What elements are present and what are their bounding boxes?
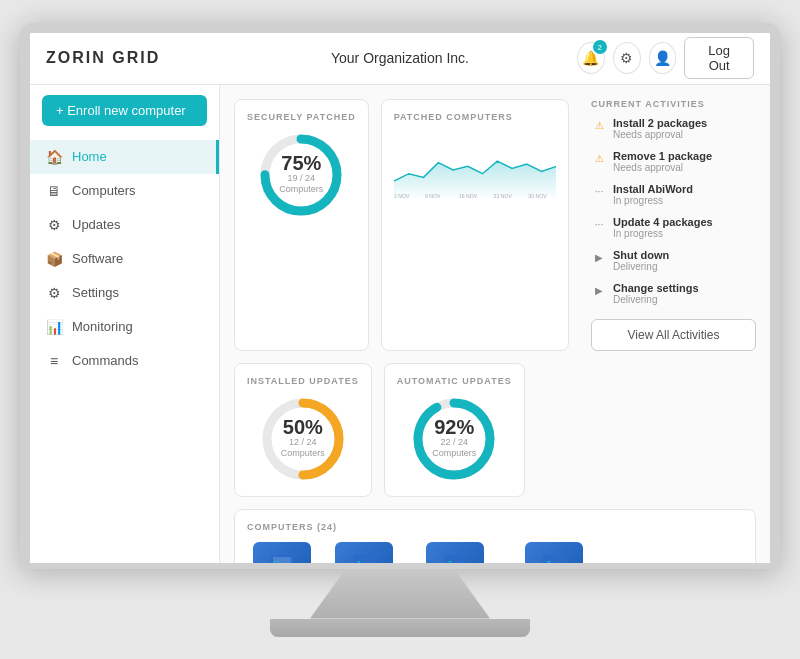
patched-chart-widget: PATCHED COMPUTERS 2 N bbox=[381, 99, 569, 351]
svg-text:16 NOV: 16 NOV bbox=[459, 193, 478, 199]
deliver-icon-1: ▶ bbox=[591, 283, 607, 299]
computer-icon-3: Z bbox=[525, 542, 583, 563]
view-all-button[interactable]: View All Activities bbox=[591, 319, 756, 351]
automatic-updates-percent: 92% bbox=[432, 417, 476, 437]
computer-item-3[interactable]: Z Senior Engineer PC Macnod Desktop bbox=[512, 542, 596, 563]
automatic-updates-donut: 92% 22 / 24 Computers bbox=[409, 394, 499, 484]
home-icon: 🏠 bbox=[46, 149, 62, 165]
computer-icon-2: Z bbox=[426, 542, 484, 563]
software-icon: 📦 bbox=[46, 251, 62, 267]
widgets-row-2: INSTALLED UPDATES 50% 12 / 24 bbox=[234, 363, 756, 497]
progress-icon-0: ··· bbox=[591, 184, 607, 200]
installed-updates-center: 50% 12 / 24 Computers bbox=[281, 417, 325, 460]
activity-status-4: Delivering bbox=[613, 261, 669, 272]
securely-patched-title: SECURELY PATCHED bbox=[247, 112, 356, 122]
svg-text:Z: Z bbox=[274, 559, 279, 563]
computer-icon-1: Z bbox=[335, 542, 393, 563]
logout-button[interactable]: Log Out bbox=[684, 37, 754, 79]
activity-status-2: In progress bbox=[613, 195, 693, 206]
activity-item-2: ··· Install AbiWord In progress bbox=[591, 183, 756, 206]
activities-panel: CURRENT ACTIVITIES ⚠ Install 2 packages … bbox=[581, 99, 756, 351]
activity-status-5: Delivering bbox=[613, 294, 699, 305]
securely-patched-donut: 75% 19 / 24 Computers bbox=[256, 130, 346, 220]
progress-icon-1: ··· bbox=[591, 217, 607, 233]
notification-badge: 2 bbox=[593, 40, 607, 54]
svg-text:23 NOV: 23 NOV bbox=[493, 193, 512, 199]
sidebar-item-computers[interactable]: 🖥 Computers bbox=[30, 174, 219, 208]
computer-item-0[interactable]: Z CEO Laptop John H™ Wallus bbox=[247, 542, 317, 563]
sidebar-label-computers: Computers bbox=[72, 183, 136, 198]
sidebar-item-monitoring[interactable]: 📊 Monitoring bbox=[30, 310, 219, 344]
securely-patched-widget: SECURELY PATCHED 75% 19 / 24 bbox=[234, 99, 369, 351]
notifications-button[interactable]: 🔔 2 bbox=[577, 42, 605, 74]
main-layout: + Enroll new computer 🏠 Home 🖥 Computers… bbox=[30, 85, 770, 563]
computer-item-1[interactable]: Z CTO Laptop Gate-Dell XPS 3 bbox=[329, 542, 399, 563]
activity-item-0: ⚠ Install 2 packages Needs approval bbox=[591, 117, 756, 140]
sidebar-item-updates[interactable]: ⚙ Updates bbox=[30, 208, 219, 242]
automatic-updates-widget: AUTOMATIC UPDATES 92% 22 / 24 bbox=[384, 363, 525, 497]
org-name: Your Organization Inc. bbox=[223, 50, 577, 66]
patched-chart-svg: 2 NOV 9 NOV 16 NOV 23 NOV 30 NOV bbox=[394, 130, 556, 210]
settings-nav-icon: ⚙ bbox=[46, 285, 62, 301]
updates-icon: ⚙ bbox=[46, 217, 62, 233]
computers-icon: 🖥 bbox=[46, 183, 62, 199]
installed-updates-widget: INSTALLED UPDATES 50% 12 / 24 bbox=[234, 363, 372, 497]
header: ZORIN GRID Your Organization Inc. 🔔 2 ⚙ … bbox=[30, 33, 770, 85]
installed-updates-percent: 50% bbox=[281, 417, 325, 437]
activity-name-5: Change settings bbox=[613, 282, 699, 294]
activity-status-3: In progress bbox=[613, 228, 713, 239]
computers-section-title: COMPUTERS (24) bbox=[247, 522, 743, 532]
svg-text:Z: Z bbox=[546, 559, 551, 563]
svg-text:Z: Z bbox=[447, 559, 452, 563]
activity-item-4: ▶ Shut down Delivering bbox=[591, 249, 756, 272]
activity-item-3: ··· Update 4 packages In progress bbox=[591, 216, 756, 239]
sidebar-label-software: Software bbox=[72, 251, 123, 266]
settings-button[interactable]: ⚙ bbox=[613, 42, 641, 74]
sidebar-label-commands: Commands bbox=[72, 353, 138, 368]
activity-name-1: Remove 1 package bbox=[613, 150, 712, 162]
activity-item-5: ▶ Change settings Delivering bbox=[591, 282, 756, 305]
activity-name-4: Shut down bbox=[613, 249, 669, 261]
securely-patched-percent: 75% bbox=[279, 153, 323, 173]
monitoring-icon: 📊 bbox=[46, 319, 62, 335]
svg-text:9 NOV: 9 NOV bbox=[425, 193, 441, 199]
warning-icon-1: ⚠ bbox=[591, 151, 607, 167]
svg-text:Z: Z bbox=[356, 559, 361, 563]
enroll-button[interactable]: + Enroll new computer bbox=[42, 95, 207, 126]
activity-name-3: Update 4 packages bbox=[613, 216, 713, 228]
patched-chart-title: PATCHED COMPUTERS bbox=[394, 112, 556, 122]
activity-item-1: ⚠ Remove 1 package Needs approval bbox=[591, 150, 756, 173]
deliver-icon-0: ▶ bbox=[591, 250, 607, 266]
securely-patched-fraction: 19 / 24 Computers bbox=[279, 173, 323, 196]
securely-patched-center: 75% 19 / 24 Computers bbox=[279, 153, 323, 196]
sidebar: + Enroll new computer 🏠 Home 🖥 Computers… bbox=[30, 85, 220, 563]
sidebar-item-home[interactable]: 🏠 Home bbox=[30, 140, 219, 174]
automatic-updates-center: 92% 22 / 24 Computers bbox=[432, 417, 476, 460]
activity-name-2: Install AbiWord bbox=[613, 183, 693, 195]
installed-updates-donut: 50% 12 / 24 Computers bbox=[258, 394, 348, 484]
sidebar-label-monitoring: Monitoring bbox=[72, 319, 133, 334]
logo: ZORIN GRID bbox=[46, 49, 223, 67]
computer-item-2[interactable]: Z Product Manager PC Prod-Dell Insinor bbox=[411, 542, 500, 563]
automatic-updates-title: AUTOMATIC UPDATES bbox=[397, 376, 512, 386]
sidebar-label-home: Home bbox=[72, 149, 107, 164]
activity-status-0: Needs approval bbox=[613, 129, 707, 140]
sidebar-item-software[interactable]: 📦 Software bbox=[30, 242, 219, 276]
commands-icon: ≡ bbox=[46, 353, 62, 369]
activities-title: CURRENT ACTIVITIES bbox=[591, 99, 756, 109]
sidebar-item-settings[interactable]: ⚙ Settings bbox=[30, 276, 219, 310]
sidebar-label-updates: Updates bbox=[72, 217, 120, 232]
computer-icon-0: Z bbox=[253, 542, 311, 563]
content-area: SECURELY PATCHED 75% 19 / 24 bbox=[220, 85, 770, 563]
sidebar-label-settings: Settings bbox=[72, 285, 119, 300]
activity-status-1: Needs approval bbox=[613, 162, 712, 173]
computers-grid: Z CEO Laptop John H™ Wallus bbox=[247, 542, 743, 563]
widgets-row-1: SECURELY PATCHED 75% 19 / 24 bbox=[234, 99, 756, 351]
monitor-stand bbox=[310, 569, 490, 619]
svg-text:30 NOV: 30 NOV bbox=[528, 193, 547, 199]
automatic-updates-fraction: 22 / 24 Computers bbox=[432, 437, 476, 460]
installed-updates-title: INSTALLED UPDATES bbox=[247, 376, 359, 386]
computers-section: COMPUTERS (24) Z bbox=[234, 509, 756, 563]
profile-button[interactable]: 👤 bbox=[649, 42, 677, 74]
sidebar-item-commands[interactable]: ≡ Commands bbox=[30, 344, 219, 378]
